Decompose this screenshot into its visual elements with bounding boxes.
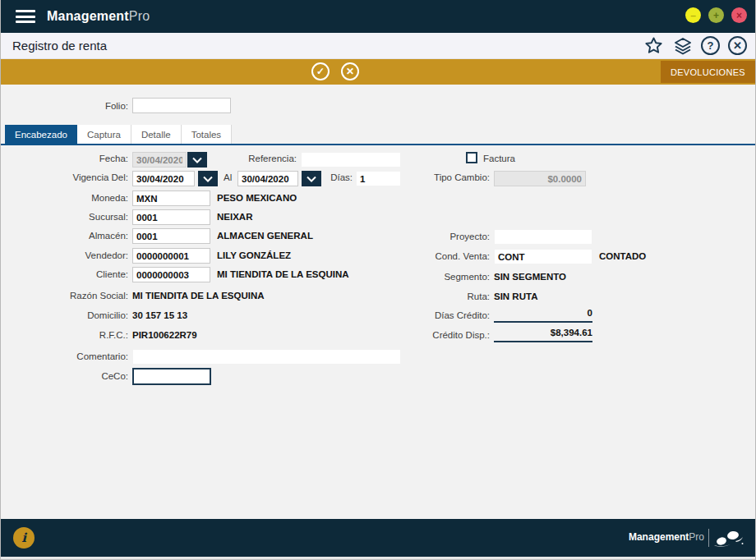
segmento-label: Segmento: [362,272,490,282]
page-title: Registro de renta [12,39,107,53]
folio-label: Folio: [1,101,128,111]
credito-disp-label: Crédito Disp.: [362,330,490,340]
help-icon[interactable]: ? [701,36,720,55]
credito-disp-field[interactable]: $8,394.61 [494,328,592,342]
vigencia-del-dropdown-button[interactable] [198,171,218,186]
cliente-label: Cliente: [1,269,128,279]
almacen-input[interactable] [132,228,210,244]
proyecto-label: Proyecto: [362,232,490,241]
title-bar-icons: ? ✕ [643,35,747,56]
rfc-label: R.F.C.: [1,330,128,340]
almacen-label: Almacén: [1,231,128,241]
razon-social-value: MI TIENDITA DE LA ESQUINA [132,291,265,301]
status-bar: i ManagementPro [1,519,755,557]
footer-brand: ManagementPro [629,531,704,543]
proyecto-input[interactable] [494,229,592,245]
window-controls: – + × [685,7,747,23]
tab-underline [1,144,755,145]
tab-encabezado[interactable]: Encabezado [5,125,77,144]
domicilio-value: 30 157 15 13 [132,310,187,320]
cond-venta-label: Cond. Venta: [362,251,490,261]
tab-totales[interactable]: Totales [182,125,232,144]
close-form-icon[interactable]: ✕ [728,36,747,55]
action-toolbar: ✓ ✕ DEVOLUCIONES [1,59,755,85]
razon-social-label: Razón Social: [1,291,128,301]
comentario-label: Comentario: [1,351,128,361]
cancel-button[interactable]: ✕ [341,62,359,80]
layers-icon[interactable] [672,35,693,56]
tipo-cambio-input[interactable] [494,171,586,186]
moneda-description: PESO MEXICANO [217,193,297,203]
domicilio-label: Domicilio: [1,310,128,320]
fecha-label: Fecha: [1,154,128,163]
tab-captura[interactable]: Captura [77,125,131,144]
ruta-value: SIN RUTA [494,291,537,301]
cond-venta-input[interactable] [494,249,592,264]
moneda-label: Moneda: [1,193,128,203]
top-bar: ManagementPro – + × [1,0,755,33]
brand-bold: Management [47,9,129,23]
favorite-star-icon[interactable] [643,35,664,56]
app-window: ManagementPro – + × Registro de renta ? … [0,0,756,560]
close-button[interactable]: × [731,7,747,23]
vigencia-del-input[interactable] [132,171,195,186]
minimize-button[interactable]: – [685,7,701,23]
footer-brand-bold: Management [629,531,689,543]
maximize-button[interactable]: + [708,7,724,23]
almacen-description: ALMACEN GENERAL [217,231,313,241]
dias-label: Días: [280,172,353,182]
referencia-input[interactable] [301,152,401,168]
fecha-input[interactable] [132,152,187,168]
factura-checkbox[interactable] [466,152,477,163]
dias-credito-label: Días Crédito: [362,310,490,320]
window-bottom-edge [1,557,755,560]
app-brand: ManagementPro [47,9,150,24]
menu-icon[interactable] [16,10,35,23]
footer-separator [708,529,709,547]
al-label: Al [224,172,232,182]
dias-credito-field[interactable]: 0 [494,308,592,323]
ruta-label: Ruta: [362,291,490,301]
vendedor-label: Vendedor: [1,250,128,260]
comentario-input[interactable] [132,349,401,365]
vigencia-del-label: Vigencia Del: [1,172,128,182]
sucursal-label: Sucursal: [1,212,128,222]
cliente-input[interactable] [132,267,210,282]
vendedor-input[interactable] [132,248,210,264]
tab-detalle[interactable]: Detalle [131,125,182,144]
title-bar: Registro de renta ? ✕ [1,33,755,59]
segmento-value: SIN SEGMENTO [494,272,566,282]
accept-button[interactable]: ✓ [311,62,330,80]
folio-input[interactable] [132,98,231,113]
cliente-description: MI TIENDITA DE LA ESQUINA [217,269,349,279]
moneda-input[interactable] [132,190,210,206]
rfc-value: PIR100622R79 [132,330,197,340]
referencia-label: Referencia: [198,154,297,163]
ceco-input[interactable] [132,368,211,385]
vendedor-description: LILY GONZÁLEZ [217,250,291,260]
footer-logo-icon [711,528,744,551]
sucursal-description: NEIXAR [217,212,252,222]
brand-light: Pro [129,9,150,23]
factura-label: Factura [483,154,515,163]
tab-strip: Encabezado Captura Detalle Totales [5,125,232,144]
tipo-cambio-label: Tipo Cambio: [362,172,490,182]
footer-brand-light: Pro [689,531,704,543]
devoluciones-button[interactable]: DEVOLUCIONES [661,61,755,83]
info-icon[interactable]: i [13,527,35,549]
ceco-label: CeCo: [1,371,128,381]
cond-venta-description: CONTADO [599,251,646,261]
sucursal-input[interactable] [132,209,210,225]
